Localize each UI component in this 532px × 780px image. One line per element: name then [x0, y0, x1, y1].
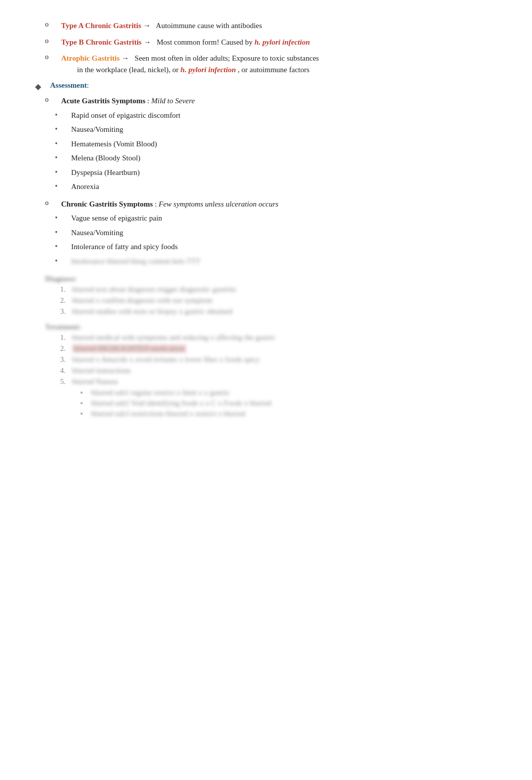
type-b-content: Type B Chronic Gastritis → Most common f…: [61, 37, 502, 48]
type-b-description: Most common form! Caused by: [157, 38, 254, 46]
assessment-label: Assessment: [50, 81, 87, 90]
chronic-item-4: ▪ Intolerance blurred blurg content helo…: [30, 256, 502, 267]
tnum-2: 2.: [60, 344, 72, 353]
diagnose-item-1-text: blurred text about diagnosis trigger dia…: [72, 285, 236, 294]
treatment-sub-items: ▪ blurred sub1 regular restrict x limit …: [60, 388, 502, 418]
treatment-sub-1: ▪ blurred sub1 regular restrict x limit …: [80, 388, 502, 397]
sq-6: ▪: [55, 182, 69, 190]
chronic-item-1: ▪ Vague sense of epigastric pain: [30, 213, 502, 224]
type-b-arrow: →: [143, 38, 156, 46]
treatment-item-3-text: blurred x Antacids x avoid irritants x l…: [72, 355, 260, 364]
chronic-sublabel: Few symptoms unless ulceration occurs: [159, 200, 279, 208]
treatment-sub-3: ▪ blurred sub3 restrictions blurred x re…: [80, 410, 502, 418]
treatment-item-3: 3. blurred x Antacids x avoid irritants …: [60, 355, 502, 364]
acute-item-3: ▪ Hematemesis (Vomit Blood): [30, 138, 502, 150]
tnum-4: 4.: [60, 366, 72, 375]
chronic-colon: :: [155, 200, 159, 208]
treatment-item-5-text: blurred Nausea: [72, 377, 118, 386]
bullet-o-1: o: [45, 21, 59, 29]
atrophic-arrow: →: [122, 54, 135, 62]
type-a-row: o Type A Chronic Gastritis → Autoimmune …: [30, 20, 502, 32]
tnum-3: 3.: [60, 355, 72, 364]
treatment-sub-2-text: blurred sub2 Void identifying foods x x …: [91, 399, 272, 408]
type-b-highlight: h. pylori infection: [254, 38, 310, 46]
bullet-o-5: o: [45, 199, 59, 207]
diagnose-label: Diagnose:: [45, 275, 77, 283]
treatment-section-header: Treatment:: [30, 323, 502, 331]
type-b-row: o Type B Chronic Gastritis → Most common…: [30, 37, 502, 48]
atrophic-line2end: , or autoimmune factors: [238, 66, 310, 74]
acute-row: o Acute Gastritis Symptoms : Mild to Sev…: [30, 95, 502, 107]
chronic-content: Chronic Gastritis Symptoms : Few symptom…: [61, 199, 502, 210]
dnum-1: 1.: [60, 285, 72, 294]
treatment-sub-3-text: blurred sub3 restrictions blurred x rest…: [91, 410, 245, 418]
acute-item-3-text: Hematemesis (Vomit Blood): [71, 138, 502, 150]
atrophic-label: Atrophic Gastritis: [61, 54, 120, 62]
treatment-item-5: 5. blurred Nausea: [60, 377, 502, 386]
chronic-label: Chronic Gastritis Symptoms: [61, 200, 153, 208]
type-a-label: Type A Chronic Gastritis: [61, 22, 141, 30]
acute-item-1: ▪ Rapid onset of epigastric discomfort: [30, 110, 502, 121]
csq-4: ▪: [55, 257, 69, 265]
atrophic-highlight: h. pylori infection: [180, 66, 235, 74]
acute-item-4-text: Melena (Bloody Stool): [71, 152, 502, 164]
csq-2: ▪: [55, 228, 69, 236]
treatment-item-4-text: blurred instructions: [72, 366, 131, 375]
diagnose-item-2-text: blurred x confirm diagnosis with use sym…: [72, 296, 212, 305]
acute-item-5: ▪ Dyspepsia (Heartburn): [30, 167, 502, 178]
acute-sublabel: Mild to Severe: [151, 97, 195, 105]
atrophic-line1: Seen most often in older adults; Exposur…: [135, 54, 319, 62]
diagnose-section-header: Diagnose:: [30, 275, 502, 283]
atrophic-line2: in the workplace (lead, nickel), or: [77, 66, 181, 74]
chronic-row: o Chronic Gastritis Symptoms : Few sympt…: [30, 199, 502, 210]
diagnose-item-2: 2. blurred x confirm diagnosis with use …: [60, 296, 502, 305]
assessment-colon: :: [87, 81, 89, 90]
tsub-sq-1: ▪: [80, 388, 91, 397]
sq-1: ▪: [55, 111, 69, 119]
diagnose-item-3-text: blurred studies with tests or biopsy x g…: [72, 307, 232, 316]
chronic-item-4-text: Intolerance blurred blurg content helo T…: [71, 256, 502, 267]
chronic-item-3: ▪ Intolerance of fatty and spicy foods: [30, 241, 502, 253]
sq-4: ▪: [55, 153, 69, 161]
acute-item-6-text: Anorexia: [71, 181, 502, 192]
atrophic-row: o Atrophic Gastritis → Seen most often i…: [30, 53, 502, 75]
tsub-sq-2: ▪: [80, 399, 91, 408]
type-a-content: Type A Chronic Gastritis → Autoimmune ca…: [61, 20, 502, 32]
chronic-item-2-text: Nausea/Vomiting: [71, 227, 502, 239]
diagnose-item-1: 1. blurred text about diagnosis trigger …: [60, 285, 502, 294]
tnum-1: 1.: [60, 333, 72, 342]
diagnose-item-3: 3. blurred studies with tests or biopsy …: [60, 307, 502, 316]
csq-1: ▪: [55, 214, 69, 222]
csq-3: ▪: [55, 242, 69, 250]
treatment-items: 1. blurred medical with symptoms and red…: [30, 333, 502, 418]
type-a-description: Autoimmune cause with antibodies: [156, 22, 262, 30]
dnum-3: 3.: [60, 307, 72, 316]
diagnose-items: 1. blurred text about diagnosis trigger …: [30, 285, 502, 316]
dnum-2: 2.: [60, 296, 72, 305]
treatment-item-1: 1. blurred medical with symptoms and red…: [60, 333, 502, 342]
treatment-label: Treatment:: [45, 323, 81, 331]
acute-content: Acute Gastritis Symptoms : Mild to Sever…: [61, 95, 502, 107]
tnum-5: 5.: [60, 377, 72, 386]
tsub-sq-3: ▪: [80, 410, 91, 418]
acute-item-5-text: Dyspepsia (Heartburn): [71, 167, 502, 178]
treatment-sub-2: ▪ blurred sub2 Void identifying foods x …: [80, 399, 502, 408]
bullet-o-3: o: [45, 53, 59, 61]
chronic-item-1-text: Vague sense of epigastric pain: [71, 213, 502, 224]
sq-2: ▪: [55, 125, 69, 133]
sq-3: ▪: [55, 139, 69, 147]
treatment-item-2: 2. blurred HIGHLIGHTED medication: [60, 344, 502, 353]
chronic-item-3-text: Intolerance of fatty and spicy foods: [71, 241, 502, 253]
chronic-item-2: ▪ Nausea/Vomiting: [30, 227, 502, 239]
treatment-item-1-text: blurred medical with symptoms and reduci…: [72, 333, 276, 342]
bullet-o-2: o: [45, 37, 59, 45]
type-b-label: Type B Chronic Gastritis: [61, 38, 142, 46]
type-a-arrow: →: [143, 22, 156, 30]
diamond-bullet: ◆: [35, 82, 47, 91]
bullet-o-4: o: [45, 96, 59, 104]
acute-item-4: ▪ Melena (Bloody Stool): [30, 152, 502, 164]
sq-5: ▪: [55, 168, 69, 176]
acute-label: Acute Gastritis Symptoms: [61, 97, 145, 105]
assessment-header: ◆ Assessment :: [30, 81, 502, 91]
acute-item-2: ▪ Nausea/Vomiting: [30, 124, 502, 135]
